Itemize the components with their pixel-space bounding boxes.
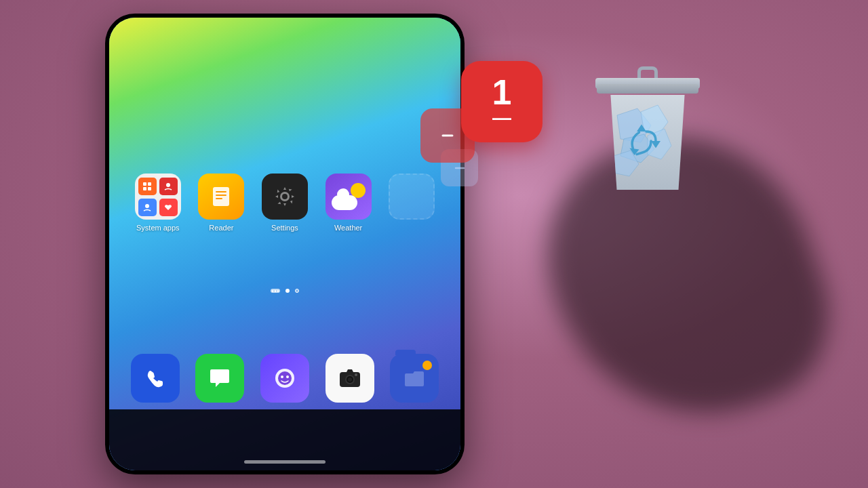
svg-rect-6 (213, 187, 229, 206)
flying-dash: — (492, 107, 511, 129)
icon-placeholder (389, 174, 435, 220)
dock-icon-phone[interactable] (131, 354, 180, 403)
phone: System apps Reader (105, 14, 465, 474)
dot-active (285, 289, 290, 293)
dot-inactive (295, 289, 299, 293)
svg-point-14 (281, 375, 283, 378)
dock-icon-folder[interactable] (390, 354, 439, 403)
flying-badge-number: 1 (492, 75, 512, 110)
svg-rect-0 (143, 182, 146, 186)
svg-point-15 (286, 375, 289, 378)
icon-reader (198, 174, 244, 220)
app-label-system-apps: System apps (136, 224, 180, 232)
phone-bottom-bar (109, 409, 460, 470)
app-label-weather: Weather (334, 224, 362, 232)
svg-rect-9 (216, 198, 222, 199)
svg-point-5 (145, 204, 149, 208)
dock-row (123, 354, 447, 403)
svg-point-13 (278, 371, 292, 385)
svg-point-11 (282, 194, 288, 199)
app-item-system-apps[interactable]: System apps (130, 174, 186, 232)
app-label-settings: Settings (271, 224, 298, 232)
page-indicator (109, 289, 460, 293)
dot-lines (271, 289, 280, 293)
cloud-icon (332, 195, 357, 210)
svg-rect-2 (143, 187, 146, 190)
app-item-settings[interactable]: Settings (256, 174, 313, 232)
svg-rect-1 (148, 182, 151, 186)
folder-notification-dot (422, 361, 432, 370)
svg-rect-3 (148, 187, 151, 190)
icon-weather (326, 174, 372, 220)
icon-system-apps (135, 174, 181, 220)
svg-point-20 (355, 373, 357, 376)
app-item-reader[interactable]: Reader (193, 174, 250, 232)
dock-icon-moji[interactable] (260, 354, 309, 403)
app-item-weather[interactable]: Weather (320, 174, 377, 232)
bin-rim (597, 84, 698, 94)
bin-body (604, 95, 692, 190)
dock-icon-camera[interactable] (326, 354, 374, 403)
svg-point-19 (348, 378, 352, 382)
flying-icon-large: 1 — (461, 61, 542, 142)
svg-rect-7 (216, 191, 226, 192)
dock-icon-messages[interactable] (195, 354, 244, 403)
home-indicator (244, 460, 326, 464)
icon-settings (262, 174, 308, 220)
svg-point-4 (166, 183, 170, 187)
app-item-placeholder (383, 174, 440, 232)
recycle-bin (590, 54, 705, 190)
app-grid: System apps Reader (130, 174, 440, 232)
app-label-reader: Reader (209, 224, 233, 232)
svg-rect-8 (216, 195, 226, 196)
phone-screen: System apps Reader (109, 18, 460, 470)
